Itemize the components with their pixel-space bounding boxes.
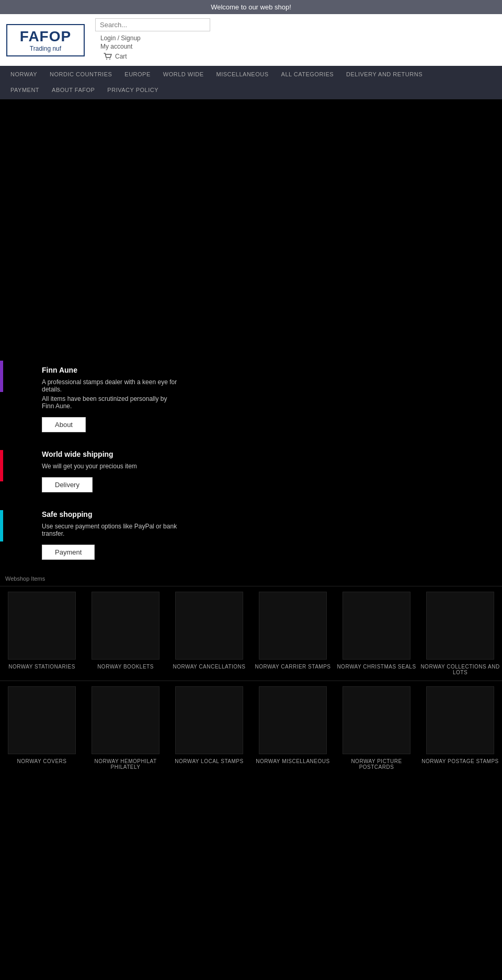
- svg-point-0: [106, 59, 107, 60]
- payment-line1: Use secure payment options like PayPal o…: [42, 523, 178, 537]
- welcome-bar: Welcome to our web shop!: [0, 0, 502, 14]
- nav-about[interactable]: ABOUT FAFOP: [45, 85, 101, 95]
- cat-label-hemo: NORWAY Hemophilat Philately: [86, 758, 165, 770]
- cart-area: Cart: [102, 51, 210, 62]
- payment-heading: Safe shopping: [42, 510, 502, 518]
- cat-thumb-hemo: [92, 686, 159, 754]
- welcome-text: Welcome to our web shop!: [211, 3, 291, 11]
- accent-purple: [0, 361, 3, 392]
- cat-thumb-carrier: [259, 592, 327, 660]
- header: FAFOP Trading nuf Login / Signup My acco…: [0, 14, 502, 66]
- cat-thumb-collections: [426, 592, 494, 660]
- delivery-line1: We will get you your precious item: [42, 463, 178, 470]
- logo-title: FAFOP: [20, 28, 71, 45]
- cat-booklets[interactable]: NORWAY BOOKLETS: [84, 586, 167, 681]
- cat-label-christmas: NORWAY CHRISTMAS SEALS: [337, 664, 416, 670]
- cat-label-carrier: NORWAY CARRIER STAMPS: [255, 664, 331, 670]
- nav-privacy[interactable]: Privacy Policy: [101, 85, 165, 95]
- cat-label-stationaries: NORWAY STATIONARIES: [8, 664, 75, 670]
- cat-thumb-booklets: [92, 592, 159, 660]
- cat-thumb-stationaries: [8, 592, 76, 660]
- logo-subtitle: Trading nuf: [30, 45, 61, 52]
- cat-thumb-postcards: [343, 686, 410, 754]
- cat-stationaries[interactable]: NORWAY STATIONARIES: [0, 586, 84, 681]
- info-finn: Finn Aune A professional stamps dealer w…: [0, 350, 502, 440]
- cat-label-misc2: NORWAY MISCELLANEOUS: [256, 758, 329, 764]
- cat-thumb-covers: [8, 686, 76, 754]
- cat-postage[interactable]: NORWAY POSTAGE STAMPS: [418, 681, 502, 775]
- cat-local[interactable]: NORWAY LOCAL STAMPS: [167, 681, 251, 775]
- payment-button[interactable]: Payment: [42, 545, 95, 560]
- cart-link[interactable]: Cart: [115, 53, 127, 60]
- accent-cyan: [0, 510, 3, 541]
- nav-worldwide[interactable]: WORLD WIDE: [157, 69, 210, 79]
- nav-norway[interactable]: NORWAY: [4, 69, 43, 79]
- cart-icon: [102, 51, 113, 62]
- hero-area: [0, 99, 502, 350]
- cat-carrier[interactable]: NORWAY CARRIER STAMPS: [251, 586, 335, 681]
- cat-postcards[interactable]: NORWAY PICTURE POSTCARDS: [335, 681, 418, 775]
- category-row-1: NORWAY STATIONARIES NORWAY BOOKLETS NORW…: [0, 586, 502, 681]
- account-link[interactable]: My account: [100, 43, 210, 50]
- info-payment: Safe shopping Use secure payment options…: [0, 500, 502, 567]
- header-links: Login / Signup My account Cart: [100, 34, 210, 62]
- svg-point-1: [109, 59, 110, 60]
- nav-bar: NORWAY NORDIC COUNTRIES EUROPE WORLD WID…: [0, 66, 502, 83]
- accent-red: [0, 450, 3, 481]
- cat-cancellations[interactable]: NORWAY CANCELLATIONS: [167, 586, 251, 681]
- cat-label-covers: NORWAY COVERS: [17, 758, 66, 764]
- nav-bar-2: PAYMENT ABOUT FAFOP Privacy Policy: [0, 83, 502, 99]
- login-link[interactable]: Login / Signup: [100, 34, 210, 42]
- cat-thumb-cancellations: [175, 592, 243, 660]
- cat-thumb-misc2: [259, 686, 327, 754]
- cat-label-cancellations: NORWAY CANCELLATIONS: [173, 664, 246, 670]
- nav-nordic[interactable]: NORDIC COUNTRIES: [43, 69, 118, 79]
- cat-covers[interactable]: NORWAY COVERS: [0, 681, 84, 775]
- logo[interactable]: FAFOP Trading nuf: [6, 24, 85, 56]
- cat-collections[interactable]: NORWAY COLLECTIONS AND LOTS: [418, 586, 502, 681]
- finn-line1: A professional stamps dealer with a keen…: [42, 378, 178, 393]
- nav-allcats[interactable]: ALL CATEGORIES: [275, 69, 340, 79]
- cat-hemo[interactable]: NORWAY Hemophilat Philately: [84, 681, 167, 775]
- info-delivery: World wide shipping We will get you your…: [0, 440, 502, 500]
- products-label: Webshop Items: [0, 567, 502, 586]
- finn-line2: All items have been scrutinized personal…: [42, 395, 178, 410]
- cat-label-postage: NORWAY POSTAGE STAMPS: [421, 758, 499, 764]
- delivery-button[interactable]: Delivery: [42, 477, 93, 492]
- about-button[interactable]: About: [42, 417, 86, 432]
- cat-thumb-local: [175, 686, 243, 754]
- nav-misc[interactable]: MISCELLANEOUS: [210, 69, 275, 79]
- category-row-2: NORWAY COVERS NORWAY Hemophilat Philatel…: [0, 681, 502, 775]
- delivery-heading: World wide shipping: [42, 450, 502, 458]
- search-input[interactable]: [95, 18, 210, 31]
- cat-label-postcards: NORWAY PICTURE POSTCARDS: [337, 758, 416, 770]
- nav-delivery[interactable]: DELIVERY AND RETURNS: [340, 69, 429, 79]
- finn-heading: Finn Aune: [42, 366, 502, 374]
- search-area: Login / Signup My account Cart: [95, 18, 210, 62]
- cat-label-collections: NORWAY COLLECTIONS AND LOTS: [420, 664, 500, 675]
- nav-payment[interactable]: PAYMENT: [4, 85, 45, 95]
- cat-label-local: NORWAY LOCAL STAMPS: [175, 758, 243, 764]
- cat-christmas[interactable]: NORWAY CHRISTMAS SEALS: [335, 586, 418, 681]
- cat-thumb-postage: [426, 686, 494, 754]
- cat-label-booklets: NORWAY BOOKLETS: [97, 664, 154, 670]
- cat-misc2[interactable]: NORWAY MISCELLANEOUS: [251, 681, 335, 775]
- cat-thumb-christmas: [343, 592, 410, 660]
- nav-europe[interactable]: EUROPE: [118, 69, 156, 79]
